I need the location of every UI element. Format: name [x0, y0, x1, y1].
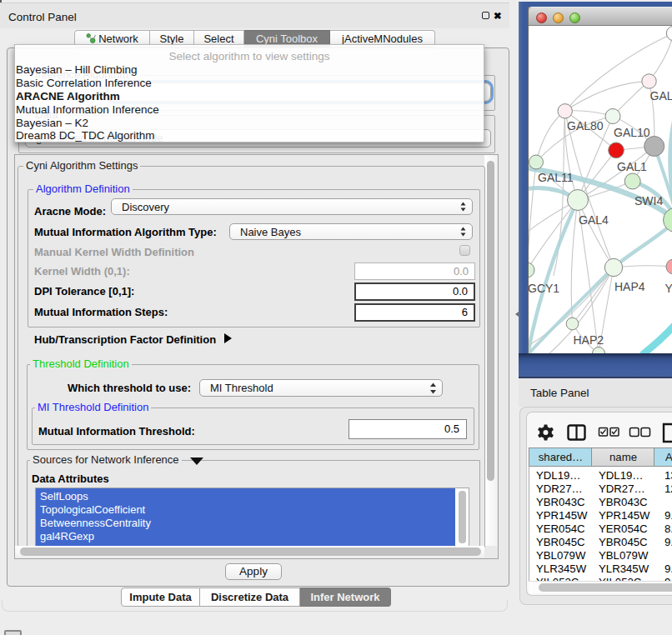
svg-text:GCY1: GCY1: [529, 282, 559, 295]
svg-text:GAL11: GAL11: [538, 171, 574, 184]
svg-text:GAL2: GAL2: [650, 89, 672, 102]
svg-text:Y: Y: [665, 282, 672, 295]
svg-text:SWI4: SWI4: [634, 194, 663, 208]
svg-text:GAL4: GAL4: [579, 213, 609, 227]
svg-text:GAL10: GAL10: [614, 126, 650, 139]
svg-text:HAP4: HAP4: [614, 280, 645, 293]
svg-text:GAL80: GAL80: [567, 119, 604, 132]
svg-text:HAP2: HAP2: [574, 333, 604, 347]
svg-text:GAL1: GAL1: [617, 160, 647, 173]
